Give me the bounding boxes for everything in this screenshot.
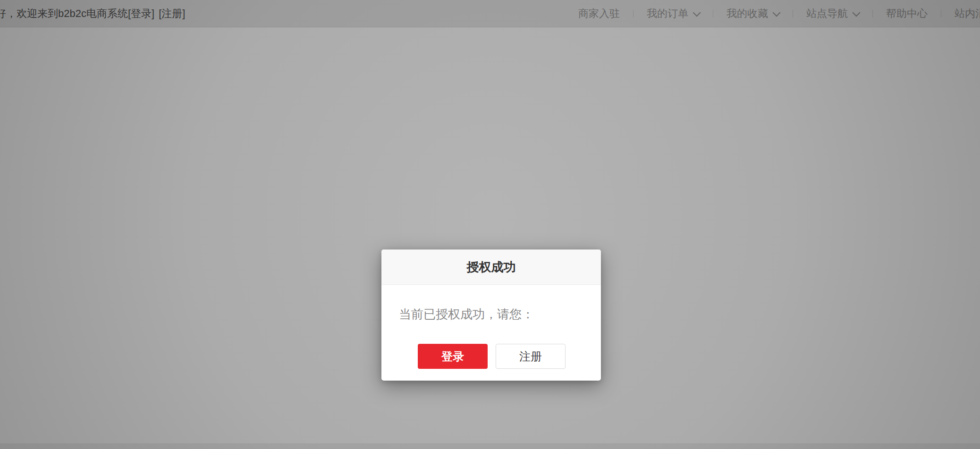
dialog-buttons: 登录 注册 xyxy=(418,344,601,369)
login-button[interactable]: 登录 xyxy=(418,344,488,369)
dialog-header: 授权成功 xyxy=(381,249,601,285)
dialog-message: 当前已授权成功，请您： xyxy=(399,306,601,322)
page: 好，欢迎来到b2b2c电商系统 [登录] [注册] 商家入驻 我的订单 我的收藏… xyxy=(0,0,980,449)
dialog-title: 授权成功 xyxy=(467,259,516,275)
register-button[interactable]: 注册 xyxy=(496,344,566,369)
modal-backdrop[interactable] xyxy=(0,0,980,449)
dialog-body: 当前已授权成功，请您： 登录 注册 xyxy=(381,285,601,369)
auth-success-dialog: 授权成功 当前已授权成功，请您： 登录 注册 xyxy=(381,249,601,381)
